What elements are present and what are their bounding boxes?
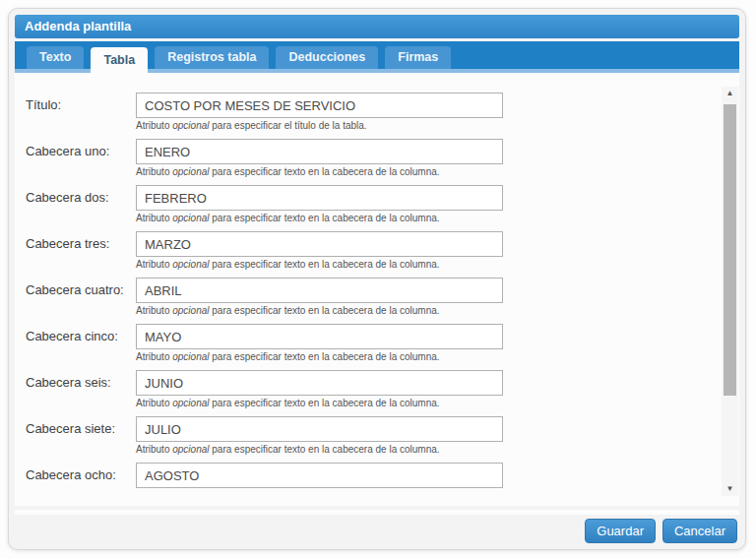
tab-registros-tabla[interactable]: Registros tabla [155,46,269,69]
form-row: Cabecera siete: Atributo opcional para e… [26,416,739,456]
form-row: Cabecera cinco: Atributo opcional para e… [26,324,739,363]
help-pre: Atributo [136,351,169,362]
help-pre: Atributo [136,398,169,408]
field-help: Atributo opcional para especificar texto… [136,259,503,271]
field-label: Cabecera siete: [26,416,136,456]
form-row: Título: Atributo opcional para especific… [26,93,739,132]
help-pre: Atributo [136,444,169,455]
field-help: Atributo opcional para especificar el tí… [136,120,503,132]
help-post: para especificar el título de la tabla. [212,120,366,131]
help-post: para especificar texto en la cabecera de… [212,351,439,362]
help-post: para especificar texto en la cabecera de… [212,444,439,455]
tab-texto[interactable]: Texto [27,46,84,69]
help-post: para especificar texto en la cabecera de… [212,259,439,270]
scroll-down-icon[interactable]: ▼ [722,482,738,496]
field-main: Atributo opcional para especificar texto… [136,139,503,178]
dialog-footer: Guardar Cancelar [15,510,739,547]
dialog-title: Addenda plantilla [15,15,739,38]
field-help: Atributo opcional para especificar texto… [136,213,503,224]
field-help: Atributo opcional para especificar texto… [136,398,503,409]
field-label: Cabecera cuatro: [26,278,136,317]
scrollbar[interactable]: ▲ ▼ [722,87,738,496]
form-row: Cabecera ocho: [26,463,739,502]
form-row: Cabecera cuatro: Atributo opcional para … [26,278,739,317]
help-italic: opcional [172,305,209,316]
text-input[interactable] [136,139,503,164]
help-italic: opcional [172,259,209,270]
field-main: Atributo opcional para especificar texto… [136,231,503,271]
field-main: Atributo opcional para especificar texto… [136,416,503,456]
field-main: Atributo opcional para especificar texto… [136,185,503,224]
field-main: Atributo opcional para especificar el tí… [136,93,503,132]
text-input[interactable] [136,416,503,442]
field-help: Atributo opcional para especificar texto… [136,444,503,456]
save-button[interactable]: Guardar [585,519,656,543]
text-input[interactable] [136,231,503,257]
scrollbar-thumb[interactable] [724,104,736,396]
help-pre: Atributo [136,166,169,177]
help-pre: Atributo [136,120,169,131]
tab-deducciones[interactable]: Deducciones [276,46,378,69]
text-input[interactable] [136,93,503,118]
form-row: Cabecera seis: Atributo opcional para es… [26,370,739,409]
help-italic: opcional [172,213,209,223]
field-main [136,463,503,502]
field-label: Título: [26,93,136,132]
help-pre: Atributo [136,213,169,223]
help-post: para especificar texto en la cabecera de… [212,166,439,177]
text-input[interactable] [136,370,503,396]
help-italic: opcional [172,398,209,408]
field-main: Atributo opcional para especificar texto… [136,324,503,363]
help-italic: opcional [172,120,209,131]
field-main: Atributo opcional para especificar texto… [136,278,503,317]
tab-tabla[interactable]: Tabla [91,47,148,73]
help-italic: opcional [172,351,209,362]
tab-panel-tabla: Título: Atributo opcional para especific… [15,73,739,506]
form: Título: Atributo opcional para especific… [26,93,739,502]
tab-firmas[interactable]: Firmas [385,46,451,69]
field-label: Cabecera tres: [26,231,136,271]
help-post: para especificar texto en la cabecera de… [212,213,439,223]
text-input[interactable] [136,324,503,349]
addenda-plantilla-dialog: Addenda plantilla Texto Tabla Registros … [8,8,746,550]
field-label: Cabecera seis: [26,370,136,409]
field-label: Cabecera cinco: [26,324,136,363]
help-italic: opcional [172,444,209,455]
help-pre: Atributo [136,259,169,270]
field-main: Atributo opcional para especificar texto… [136,370,503,409]
text-input[interactable] [136,463,503,488]
field-label: Cabecera dos: [26,185,136,224]
tab-bar: Texto Tabla Registros tabla Deducciones … [15,41,739,73]
field-help: Atributo opcional para especificar texto… [136,305,503,317]
field-help: Atributo opcional para especificar texto… [136,166,503,178]
cancel-button[interactable]: Cancelar [662,519,737,543]
field-help [136,490,503,502]
help-pre: Atributo [136,305,169,316]
help-post: para especificar texto en la cabecera de… [212,398,439,408]
field-help: Atributo opcional para especificar texto… [136,351,503,363]
form-row: Cabecera dos: Atributo opcional para esp… [26,185,739,224]
form-row: Cabecera tres: Atributo opcional para es… [26,231,739,271]
field-label: Cabecera uno: [26,139,136,178]
text-input[interactable] [136,278,503,303]
help-post: para especificar texto en la cabecera de… [212,305,439,316]
text-input[interactable] [136,185,503,211]
form-row: Cabecera uno: Atributo opcional para esp… [26,139,739,178]
field-label: Cabecera ocho: [26,463,136,502]
scroll-up-icon[interactable]: ▲ [722,87,738,100]
help-italic: opcional [172,166,209,177]
